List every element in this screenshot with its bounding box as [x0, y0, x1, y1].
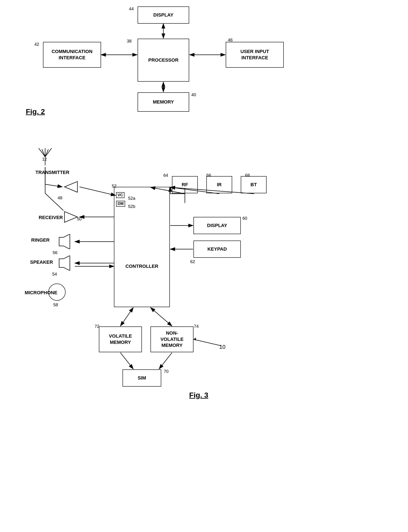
- bt-box-fig3: BT: [241, 176, 267, 193]
- ref-transmitter: 12: [42, 157, 47, 162]
- ref-controller: 52: [112, 184, 117, 188]
- fig2-caption: Fig. 2: [26, 107, 45, 116]
- svg-marker-9: [59, 256, 70, 271]
- ref-display3: 60: [242, 216, 247, 221]
- ref-sim: 70: [164, 369, 169, 374]
- fig3-caption: Fig. 3: [189, 391, 208, 399]
- ref-amp1: 48: [58, 196, 62, 200]
- ref-ringer: 56: [53, 250, 57, 255]
- ref-volatile: 72: [94, 324, 99, 329]
- svg-line-35: [151, 308, 172, 326]
- svg-line-17: [45, 184, 62, 187]
- svg-marker-8: [59, 234, 70, 249]
- microphone-label: MICROPHONE: [25, 290, 57, 295]
- ir-box-fig3: IR: [206, 176, 232, 193]
- ref-comm-fig2: 42: [34, 42, 39, 47]
- keypad-box-fig3: KEYPAD: [194, 241, 241, 258]
- volatile-memory-box-fig3: VOLATILE MEMORY: [99, 327, 142, 352]
- ringer-icon: [55, 234, 74, 249]
- ringer-label: RINGER: [31, 237, 50, 243]
- nonvolatile-memory-box-fig3: NON- VOLATILE MEMORY: [151, 327, 194, 352]
- ref-amp2: 50: [77, 216, 82, 221]
- ref-ir: 66: [206, 173, 211, 178]
- svg-line-37: [159, 353, 172, 369]
- ref-vc: 52a: [128, 196, 135, 201]
- ref-bt: 68: [245, 173, 250, 178]
- ref-rf: 64: [163, 173, 168, 178]
- diagram-container: 44 38 42 46 40 DISPLAY PROCESSOR COMMUNI…: [0, 0, 408, 532]
- svg-line-34: [120, 308, 133, 326]
- amplifier1-icon: [62, 180, 80, 193]
- vc-label: VC: [116, 192, 124, 198]
- user-input-box-fig2: USER INPUT INTERFACE: [226, 42, 284, 68]
- memory-box-fig2: MEMORY: [137, 92, 189, 112]
- speaker-icon: [55, 256, 74, 271]
- processor-box-fig2: PROCESSOR: [137, 39, 189, 82]
- ref-processor-fig2: 38: [127, 39, 132, 44]
- svg-line-18: [80, 187, 116, 196]
- svg-marker-6: [65, 181, 77, 192]
- ref-nonvolatile: 74: [194, 324, 199, 329]
- ref-main: 10: [219, 344, 226, 350]
- ref-keypad: 62: [190, 259, 195, 264]
- receiver-label: RECEIVER: [39, 215, 63, 220]
- display-box-fig2: DISPLAY: [137, 7, 189, 24]
- ref-dm: 52b: [128, 204, 135, 209]
- svg-marker-39: [194, 338, 196, 340]
- ref-display-fig2: 44: [129, 7, 134, 11]
- svg-marker-7: [65, 212, 77, 222]
- ref-speaker: 54: [52, 272, 57, 277]
- ref-mic: 58: [53, 303, 58, 307]
- transmitter-label: TRANSMITTER: [35, 170, 69, 175]
- speaker-label: SPEAKER: [30, 259, 53, 265]
- display-box-fig3: DISPLAY: [194, 217, 241, 234]
- svg-line-36: [120, 353, 133, 369]
- ref-memory-fig2: 40: [191, 92, 196, 97]
- comm-interface-box-fig2: COMMUNICATION INTERFACE: [43, 42, 101, 68]
- rf-box-fig3: RF: [172, 176, 198, 193]
- sim-box-fig3: SIM: [123, 369, 161, 387]
- svg-line-38: [194, 339, 221, 346]
- dm-label: DM: [116, 201, 125, 207]
